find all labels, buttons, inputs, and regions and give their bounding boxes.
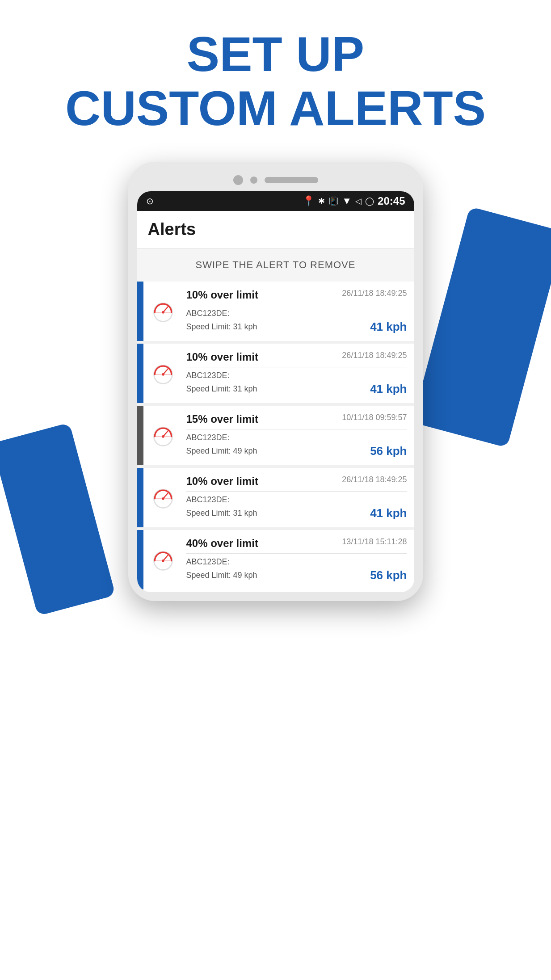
- alert-item[interactable]: 10% over limit 26/11/18 18:49:25 ABC123D…: [137, 282, 414, 341]
- swipe-hint: SWIPE THE ALERT TO REMOVE: [137, 248, 414, 282]
- alert-divider: [186, 553, 407, 554]
- alert-speed-row: Speed Limit: 49 kph 56 kph: [186, 568, 407, 582]
- alert-speed-limit: Speed Limit: 49 kph: [186, 446, 257, 456]
- alert-content: 10% over limit 26/11/18 18:49:25 ABC123D…: [183, 344, 414, 403]
- alert-vehicle: ABC123DE:: [186, 495, 407, 505]
- alert-vehicle: ABC123DE:: [186, 557, 407, 567]
- alert-vehicle: ABC123DE:: [186, 309, 407, 318]
- alert-speed-limit: Speed Limit: 31 kph: [186, 322, 257, 332]
- phone-device: ⊙ 📍 ✱ 📳 ▼ ◁ ◯ 20:45 Alerts SWIPE THE ALE…: [128, 162, 423, 601]
- alert-icon: [143, 530, 183, 589]
- alert-title: 10% over limit: [186, 289, 258, 301]
- phone-top-bar: [137, 171, 414, 191]
- alert-bar: [137, 282, 143, 341]
- alert-divider: [186, 429, 407, 429]
- vibrate-icon: 📳: [328, 196, 338, 206]
- alert-divider: [186, 491, 407, 492]
- alert-icon: [143, 406, 183, 465]
- alert-vehicle: ABC123DE:: [186, 433, 407, 442]
- alert-icon: [143, 282, 183, 341]
- alert-speed-value: 41 kph: [370, 382, 407, 396]
- alert-divider: [186, 367, 407, 367]
- alert-divider: [186, 305, 407, 305]
- hero-title: SET UP CUSTOM ALERTS: [0, 27, 551, 135]
- alarm-icon: ◯: [365, 196, 374, 206]
- wifi-icon: ▼: [342, 195, 352, 207]
- alert-list: 10% over limit 26/11/18 18:49:25 ABC123D…: [137, 282, 414, 589]
- alert-timestamp: 26/11/18 18:49:25: [342, 289, 407, 298]
- app-title: Alerts: [148, 220, 404, 239]
- alert-content: 10% over limit 26/11/18 18:49:25 ABC123D…: [183, 468, 414, 527]
- signal-icon: ◁: [355, 196, 362, 206]
- alert-vehicle: ABC123DE:: [186, 371, 407, 380]
- phone-speaker: [265, 177, 318, 183]
- alert-speed-value: 56 kph: [370, 444, 407, 458]
- alert-speed-value: 56 kph: [370, 568, 407, 582]
- alert-bar: [137, 530, 143, 589]
- alert-speed-value: 41 kph: [370, 320, 407, 334]
- alert-timestamp: 13/11/18 15:11:28: [342, 537, 407, 547]
- alert-icon: [143, 344, 183, 403]
- alert-speed-row: Speed Limit: 31 kph 41 kph: [186, 320, 407, 334]
- hero-section: SET UP CUSTOM ALERTS: [0, 0, 551, 153]
- alert-speed-row: Speed Limit: 31 kph 41 kph: [186, 506, 407, 520]
- alert-timestamp: 26/11/18 18:49:25: [342, 351, 407, 360]
- alert-content: 40% over limit 13/11/18 15:11:28 ABC123D…: [183, 530, 414, 589]
- alert-item[interactable]: 40% over limit 13/11/18 15:11:28 ABC123D…: [137, 530, 414, 589]
- alert-timestamp: 10/11/18 09:59:57: [342, 413, 407, 422]
- alert-title-row: 10% over limit 26/11/18 18:49:25: [186, 289, 407, 301]
- alert-content: 10% over limit 26/11/18 18:49:25 ABC123D…: [183, 282, 414, 341]
- alert-timestamp: 26/11/18 18:49:25: [342, 475, 407, 484]
- alert-content: 15% over limit 10/11/18 09:59:57 ABC123D…: [183, 406, 414, 465]
- blue-shape-right: [412, 206, 551, 448]
- alert-speed-value: 41 kph: [370, 506, 407, 520]
- alert-title: 15% over limit: [186, 413, 258, 425]
- alert-bar: [137, 344, 143, 403]
- alert-icon: [143, 468, 183, 527]
- alert-item[interactable]: 15% over limit 10/11/18 09:59:57 ABC123D…: [137, 406, 414, 465]
- alert-speed-limit: Speed Limit: 31 kph: [186, 509, 257, 518]
- status-bar: ⊙ 📍 ✱ 📳 ▼ ◁ ◯ 20:45: [137, 191, 414, 211]
- alert-speed-row: Speed Limit: 31 kph 41 kph: [186, 382, 407, 396]
- status-left-icons: ⊙: [146, 196, 154, 206]
- alert-title-row: 10% over limit 26/11/18 18:49:25: [186, 351, 407, 363]
- bluetooth-icon: ✱: [318, 196, 325, 206]
- alert-title-row: 10% over limit 26/11/18 18:49:25: [186, 475, 407, 488]
- alert-title: 10% over limit: [186, 351, 258, 363]
- alert-title: 40% over limit: [186, 537, 258, 550]
- phone-screen: ⊙ 📍 ✱ 📳 ▼ ◁ ◯ 20:45 Alerts SWIPE THE ALE…: [137, 191, 414, 592]
- target-icon: ⊙: [146, 196, 154, 206]
- phone-camera: [233, 175, 243, 185]
- status-right-icons: 📍 ✱ 📳 ▼ ◁ ◯ 20:45: [303, 195, 405, 207]
- alert-bar: [137, 468, 143, 527]
- alert-title-row: 40% over limit 13/11/18 15:11:28: [186, 537, 407, 550]
- location-icon: 📍: [303, 195, 315, 207]
- alert-item[interactable]: 10% over limit 26/11/18 18:49:25 ABC123D…: [137, 344, 414, 403]
- phone-wrapper: ⊙ 📍 ✱ 📳 ▼ ◁ ◯ 20:45 Alerts SWIPE THE ALE…: [0, 162, 551, 601]
- app-header: Alerts: [137, 211, 414, 248]
- alert-item[interactable]: 10% over limit 26/11/18 18:49:25 ABC123D…: [137, 468, 414, 527]
- alert-title: 10% over limit: [186, 475, 258, 488]
- alert-speed-row: Speed Limit: 49 kph 56 kph: [186, 444, 407, 458]
- alert-bar: [137, 406, 143, 465]
- alert-speed-limit: Speed Limit: 49 kph: [186, 571, 257, 580]
- phone-dot: [250, 177, 257, 184]
- blue-shape-left: [0, 423, 116, 616]
- status-time: 20:45: [378, 195, 405, 207]
- alert-speed-limit: Speed Limit: 31 kph: [186, 384, 257, 394]
- alert-title-row: 15% over limit 10/11/18 09:59:57: [186, 413, 407, 425]
